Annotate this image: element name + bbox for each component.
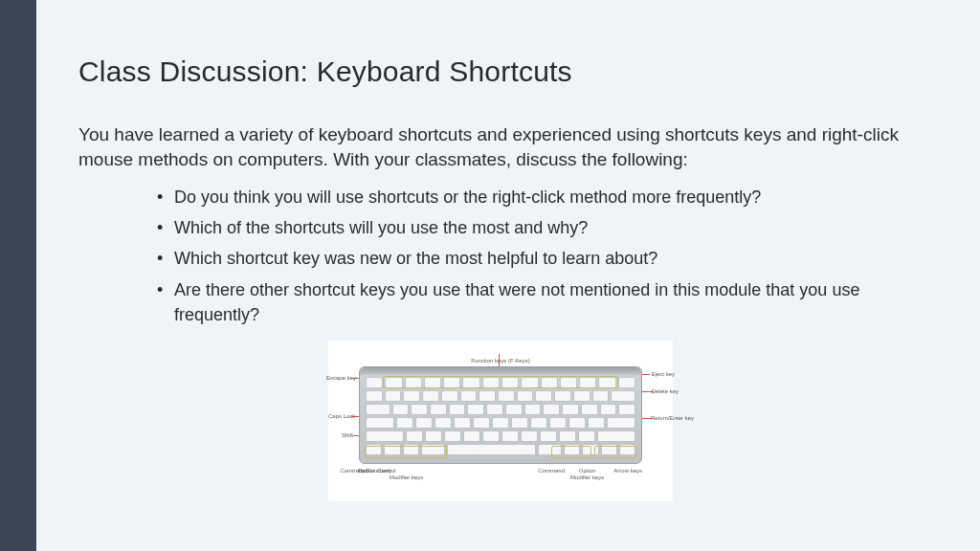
label-command-l: Command (340, 468, 367, 480)
key (559, 430, 576, 442)
key (482, 430, 500, 442)
keyboard-row (366, 377, 635, 388)
key (607, 417, 635, 429)
bullet-item: Which shortcut key was new or the most h… (157, 246, 902, 271)
key (578, 430, 595, 442)
label-option-r: Option (579, 468, 596, 474)
keyboard-diagram: Function keys (F Keys) Escape key Caps L… (328, 341, 673, 501)
key (422, 390, 439, 402)
key (535, 390, 552, 402)
keyboard-row (366, 390, 635, 402)
key (449, 404, 466, 415)
key (366, 377, 383, 388)
key (501, 430, 519, 442)
key (444, 430, 461, 442)
key (588, 417, 605, 429)
key (385, 377, 402, 388)
page-title: Class Discussion: Keyboard Shortcuts (78, 55, 923, 88)
key (405, 377, 422, 388)
key (430, 404, 447, 415)
key (406, 430, 423, 442)
key (425, 430, 442, 442)
bullet-item: Which of the shortcuts will you use the … (157, 215, 902, 240)
label-capslock: Caps Lock (328, 413, 355, 419)
key (560, 377, 577, 388)
key (366, 404, 390, 415)
label-command-r: Command (538, 468, 565, 480)
key (554, 390, 571, 402)
key (543, 404, 560, 415)
key (618, 377, 635, 388)
key (396, 417, 413, 429)
intro-paragraph: You have learned a variety of keyboard s… (78, 122, 902, 171)
key (403, 444, 419, 455)
key (618, 404, 635, 415)
key (530, 417, 547, 429)
key (501, 377, 519, 388)
key (467, 404, 484, 415)
label-function-keys: Function keys (F Keys) (359, 358, 642, 364)
key (473, 417, 490, 429)
bullet-item: Do you think you will use shortcuts or t… (157, 185, 902, 209)
key (434, 417, 452, 429)
key (447, 444, 537, 455)
key (573, 390, 590, 402)
key (540, 430, 557, 442)
key (460, 390, 478, 402)
key (581, 404, 598, 415)
label-delete: Delete key (652, 388, 679, 394)
key (443, 377, 460, 388)
key (517, 390, 534, 402)
key (541, 377, 558, 388)
key (568, 417, 586, 429)
key (598, 377, 615, 388)
slide-body: Class Discussion: Keyboard Shortcuts You… (36, 0, 980, 551)
keyboard-row (366, 404, 635, 415)
key (579, 377, 596, 388)
key (415, 417, 433, 429)
key (619, 444, 635, 455)
label-return: Return/Enter key (651, 415, 694, 421)
label-arrows: Arrow keys (613, 468, 642, 480)
key (524, 404, 542, 415)
key (521, 430, 538, 442)
label-shift: Shift (342, 432, 353, 438)
key (482, 377, 500, 388)
key (564, 444, 580, 455)
keyboard-row (366, 444, 635, 455)
key (366, 417, 394, 429)
key (486, 404, 503, 415)
key (582, 444, 598, 455)
key (421, 444, 445, 455)
key (392, 404, 410, 415)
bullet-item: Are there other shortcut keys you use th… (157, 277, 902, 327)
key (611, 390, 635, 402)
key (366, 390, 383, 402)
key (366, 444, 382, 455)
key (366, 430, 404, 442)
key (521, 377, 538, 388)
keyboard-row (366, 417, 635, 429)
key (424, 377, 441, 388)
key (441, 390, 458, 402)
key (562, 404, 579, 415)
key (600, 404, 617, 415)
key (479, 390, 496, 402)
label-group-right: Modifier keys (570, 474, 604, 480)
key (385, 390, 402, 402)
key (492, 417, 509, 429)
key (592, 390, 610, 402)
key (511, 417, 528, 429)
key (462, 377, 479, 388)
keyboard-row (366, 430, 635, 442)
key (601, 444, 617, 455)
label-eject: Eject key (652, 371, 675, 377)
key (498, 390, 515, 402)
key (505, 404, 523, 415)
label-escape: Escape key (326, 375, 356, 381)
accent-bar (0, 0, 36, 551)
key (403, 390, 420, 402)
key (549, 417, 567, 429)
key (538, 444, 562, 455)
key (463, 430, 480, 442)
